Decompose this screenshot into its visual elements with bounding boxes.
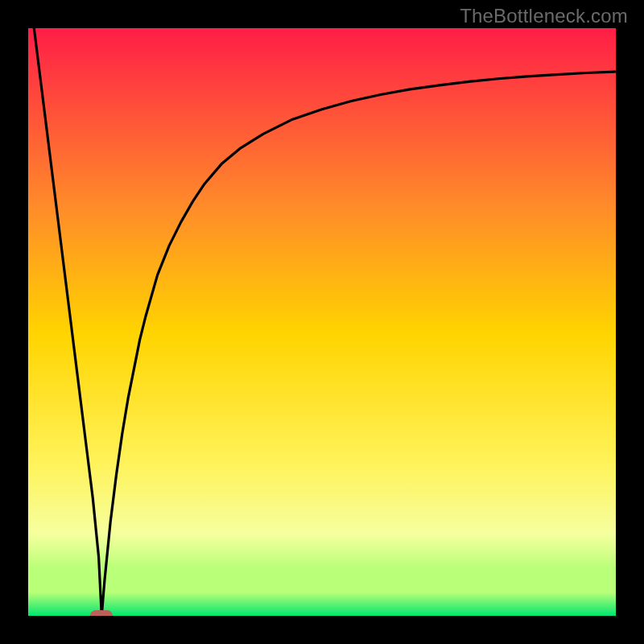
watermark-text: TheBottleneck.com	[460, 5, 628, 27]
bottleneck-curve	[28, 28, 616, 616]
chart-curve-layer	[28, 28, 616, 616]
minimum-marker	[90, 610, 113, 616]
plot-area	[28, 28, 616, 616]
chart-frame: TheBottleneck.com	[0, 0, 644, 644]
